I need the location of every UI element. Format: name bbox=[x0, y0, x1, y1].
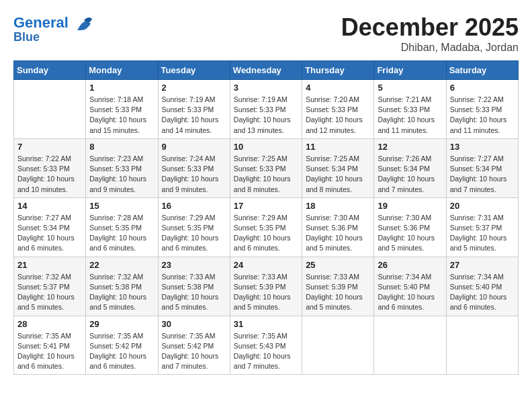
daylight-text: Daylight: 10 hours bbox=[234, 352, 291, 360]
day-cell: 3Sunrise: 7:19 AMSunset: 5:33 PMDaylight… bbox=[230, 80, 302, 139]
daylight-text: Daylight: 10 hours bbox=[450, 293, 507, 301]
daylight-text-cont: and 5 minutes. bbox=[378, 244, 424, 252]
day-number: 17 bbox=[234, 201, 298, 211]
daylight-text: Daylight: 10 hours bbox=[162, 352, 219, 360]
day-cell: 17Sunrise: 7:29 AMSunset: 5:35 PMDayligh… bbox=[230, 197, 302, 257]
daylight-text: Daylight: 10 hours bbox=[17, 352, 75, 360]
sunset-text: Sunset: 5:33 PM bbox=[234, 105, 286, 113]
sunrise-text: Sunrise: 7:22 AM bbox=[450, 95, 504, 103]
daylight-text-cont: and 12 minutes. bbox=[306, 126, 356, 134]
day-number: 7 bbox=[17, 142, 82, 152]
daylight-text: Daylight: 10 hours bbox=[378, 234, 435, 242]
sunset-text: Sunset: 5:39 PM bbox=[234, 283, 286, 291]
day-cell: 12Sunrise: 7:26 AMSunset: 5:34 PMDayligh… bbox=[374, 138, 446, 197]
daylight-text-cont: and 11 minutes. bbox=[450, 126, 500, 134]
daylight-text-cont: and 11 minutes. bbox=[378, 126, 428, 134]
sunset-text: Sunset: 5:34 PM bbox=[450, 165, 502, 173]
day-cell: 13Sunrise: 7:27 AMSunset: 5:34 PMDayligh… bbox=[446, 138, 518, 197]
daylight-text: Daylight: 10 hours bbox=[89, 175, 146, 183]
day-info: Sunrise: 7:31 AMSunset: 5:37 PMDaylight:… bbox=[450, 213, 515, 254]
day-number: 18 bbox=[306, 201, 370, 211]
sunset-text: Sunset: 5:42 PM bbox=[89, 342, 142, 350]
sunrise-text: Sunrise: 7:19 AM bbox=[162, 95, 216, 103]
sunrise-text: Sunrise: 7:22 AM bbox=[17, 154, 71, 163]
day-cell bbox=[446, 316, 518, 375]
daylight-text-cont: and 6 minutes. bbox=[450, 303, 496, 311]
day-cell bbox=[302, 316, 374, 375]
sunset-text: Sunset: 5:33 PM bbox=[378, 105, 430, 113]
sunset-text: Sunset: 5:36 PM bbox=[378, 224, 430, 232]
day-number: 4 bbox=[306, 83, 370, 93]
sunset-text: Sunset: 5:39 PM bbox=[306, 283, 358, 291]
daylight-text-cont: and 7 minutes. bbox=[450, 185, 496, 193]
sunrise-text: Sunrise: 7:32 AM bbox=[89, 273, 143, 281]
daylight-text: Daylight: 10 hours bbox=[378, 116, 435, 124]
week-row-3: 14Sunrise: 7:27 AMSunset: 5:34 PMDayligh… bbox=[14, 197, 519, 257]
day-number: 3 bbox=[234, 83, 298, 93]
daylight-text-cont: and 8 minutes. bbox=[306, 185, 352, 193]
day-info: Sunrise: 7:19 AMSunset: 5:33 PMDaylight:… bbox=[162, 95, 226, 136]
sunset-text: Sunset: 5:33 PM bbox=[17, 165, 70, 173]
day-cell: 31Sunrise: 7:35 AMSunset: 5:43 PMDayligh… bbox=[230, 316, 302, 375]
sunrise-text: Sunrise: 7:21 AM bbox=[378, 95, 431, 103]
day-info: Sunrise: 7:22 AMSunset: 5:33 PMDaylight:… bbox=[450, 95, 515, 136]
header-sunday: Sunday bbox=[14, 61, 86, 80]
daylight-text-cont: and 6 minutes. bbox=[17, 244, 64, 252]
daylight-text-cont: and 9 minutes. bbox=[89, 185, 136, 193]
daylight-text: Daylight: 10 hours bbox=[378, 293, 435, 301]
day-number: 31 bbox=[234, 319, 298, 329]
sunrise-text: Sunrise: 7:34 AM bbox=[450, 273, 504, 281]
day-info: Sunrise: 7:28 AMSunset: 5:35 PMDaylight:… bbox=[89, 213, 154, 254]
sunrise-text: Sunrise: 7:29 AM bbox=[234, 214, 287, 222]
sunrise-text: Sunrise: 7:30 AM bbox=[306, 214, 359, 222]
daylight-text-cont: and 5 minutes. bbox=[17, 303, 64, 311]
day-cell: 1Sunrise: 7:18 AMSunset: 5:33 PMDaylight… bbox=[86, 80, 158, 139]
daylight-text: Daylight: 10 hours bbox=[89, 116, 146, 124]
week-row-5: 28Sunrise: 7:35 AMSunset: 5:41 PMDayligh… bbox=[14, 316, 519, 375]
day-number: 9 bbox=[162, 142, 226, 152]
sunrise-text: Sunrise: 7:35 AM bbox=[162, 332, 216, 340]
daylight-text: Daylight: 10 hours bbox=[162, 116, 219, 124]
day-info: Sunrise: 7:24 AMSunset: 5:33 PMDaylight:… bbox=[162, 154, 226, 195]
week-row-1: 1Sunrise: 7:18 AMSunset: 5:33 PMDaylight… bbox=[14, 80, 519, 139]
calendar-header-row: SundayMondayTuesdayWednesdayThursdayFrid… bbox=[14, 61, 519, 80]
sunrise-text: Sunrise: 7:29 AM bbox=[162, 214, 216, 222]
sunset-text: Sunset: 5:33 PM bbox=[306, 105, 358, 113]
sunrise-text: Sunrise: 7:35 AM bbox=[234, 332, 287, 340]
day-number: 28 bbox=[17, 319, 82, 329]
daylight-text-cont: and 7 minutes. bbox=[378, 185, 424, 193]
day-cell: 20Sunrise: 7:31 AMSunset: 5:37 PMDayligh… bbox=[446, 197, 518, 257]
day-number: 25 bbox=[306, 260, 370, 270]
day-info: Sunrise: 7:35 AMSunset: 5:41 PMDaylight:… bbox=[17, 331, 82, 372]
day-cell: 14Sunrise: 7:27 AMSunset: 5:34 PMDayligh… bbox=[14, 197, 86, 257]
day-number: 1 bbox=[89, 83, 154, 93]
day-info: Sunrise: 7:33 AMSunset: 5:39 PMDaylight:… bbox=[234, 272, 298, 313]
day-number: 30 bbox=[162, 319, 226, 329]
day-cell: 21Sunrise: 7:32 AMSunset: 5:37 PMDayligh… bbox=[14, 257, 86, 316]
day-number: 26 bbox=[378, 260, 442, 270]
day-number: 13 bbox=[450, 142, 515, 152]
sunrise-text: Sunrise: 7:35 AM bbox=[89, 332, 143, 340]
daylight-text: Daylight: 10 hours bbox=[306, 234, 363, 242]
day-cell: 30Sunrise: 7:35 AMSunset: 5:42 PMDayligh… bbox=[158, 316, 230, 375]
sunrise-text: Sunrise: 7:31 AM bbox=[450, 214, 504, 222]
header-monday: Monday bbox=[86, 61, 158, 80]
daylight-text-cont: and 14 minutes. bbox=[162, 126, 212, 134]
sunrise-text: Sunrise: 7:18 AM bbox=[89, 95, 143, 103]
day-cell: 18Sunrise: 7:30 AMSunset: 5:36 PMDayligh… bbox=[302, 197, 374, 257]
day-info: Sunrise: 7:32 AMSunset: 5:38 PMDaylight:… bbox=[89, 272, 154, 313]
sunset-text: Sunset: 5:34 PM bbox=[306, 165, 358, 173]
day-cell: 8Sunrise: 7:23 AMSunset: 5:33 PMDaylight… bbox=[86, 138, 158, 197]
day-cell bbox=[14, 80, 86, 139]
daylight-text-cont: and 5 minutes. bbox=[306, 244, 352, 252]
day-info: Sunrise: 7:27 AMSunset: 5:34 PMDaylight:… bbox=[450, 154, 515, 195]
day-number: 12 bbox=[378, 142, 442, 152]
sunrise-text: Sunrise: 7:25 AM bbox=[306, 154, 359, 163]
sunrise-text: Sunrise: 7:19 AM bbox=[234, 95, 287, 103]
sunset-text: Sunset: 5:36 PM bbox=[306, 224, 358, 232]
daylight-text-cont: and 15 minutes. bbox=[89, 126, 140, 134]
page-header: General Blue December 2025 Dhiban, Madab… bbox=[13, 13, 519, 54]
sunset-text: Sunset: 5:40 PM bbox=[450, 283, 502, 291]
sunset-text: Sunset: 5:33 PM bbox=[89, 165, 142, 173]
daylight-text: Daylight: 10 hours bbox=[17, 293, 75, 301]
